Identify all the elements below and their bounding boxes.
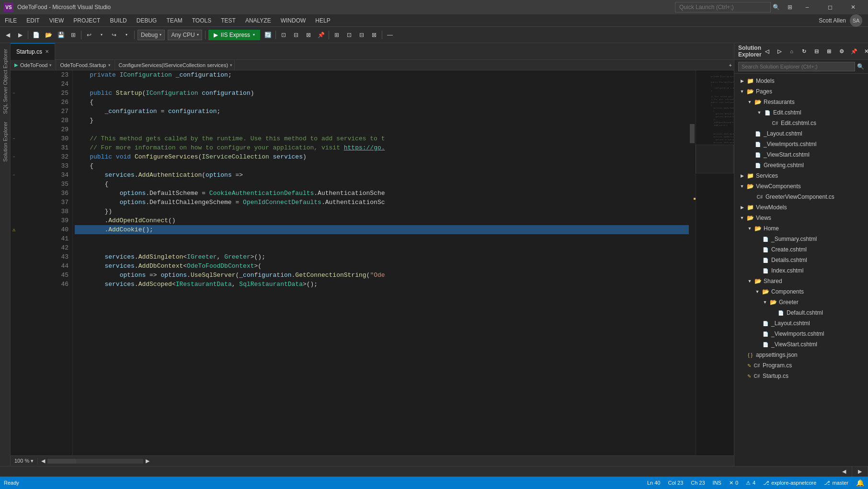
tree-item-views-viewstart[interactable]: ▶ 📄 _ViewStart.cshtml: [734, 339, 868, 350]
redo-button[interactable]: ↪: [108, 29, 120, 41]
tree-item-services[interactable]: ▶ 📁 Services: [734, 171, 868, 181]
save-all-button[interactable]: ⊞: [68, 29, 79, 41]
avatar[interactable]: SA: [850, 14, 862, 27]
se-pin-btn[interactable]: 📌: [849, 46, 859, 57]
se-show-all-btn[interactable]: ⊞: [824, 46, 834, 57]
redo-dropdown[interactable]: ▾: [121, 29, 132, 41]
menu-edit[interactable]: EDIT: [22, 14, 44, 26]
h-scrollbar-track[interactable]: [47, 459, 143, 464]
menu-analyze[interactable]: ANALYZE: [240, 14, 276, 26]
scroll-right[interactable]: ▶: [144, 458, 151, 465]
tree-item-viewimports[interactable]: ▶ 📄 _ViewImports.cshtml: [734, 139, 868, 149]
menu-tools[interactable]: TOOLS: [187, 14, 216, 26]
run-target-dropdown[interactable]: ▶ IIS Express ▾: [208, 30, 260, 40]
tree-item-models[interactable]: ▶ 📁 Models: [734, 76, 868, 86]
se-close-btn[interactable]: ✕: [861, 46, 868, 57]
toolbar-btn-9[interactable]: —: [384, 29, 396, 41]
member-nav-dropdown[interactable]: ConfigureServices(IServiceCollection ser…: [115, 60, 235, 70]
h-scrollbar-thumb[interactable]: [47, 459, 76, 464]
refresh-button[interactable]: 🔄: [262, 29, 274, 41]
tree-item-restaurants[interactable]: ▼ 📂 Restaurants: [734, 97, 868, 107]
new-project-button[interactable]: 📄: [30, 29, 42, 41]
tree-item-index[interactable]: ▶ 📄 Index.cshtml: [734, 265, 868, 276]
status-line[interactable]: Ln 40: [647, 479, 661, 487]
file-nav-dropdown[interactable]: OdeToFood.Startup ▾: [56, 60, 114, 70]
undo-button[interactable]: ↩: [83, 29, 95, 41]
menu-team[interactable]: TEAM: [161, 14, 187, 26]
zoom-dropdown[interactable]: 100 % ▾: [11, 458, 38, 464]
se-back-btn[interactable]: ◁: [762, 46, 772, 57]
tree-item-layout[interactable]: ▶ 📄 _Layout.cshtml: [734, 128, 868, 139]
se-search-input[interactable]: [738, 62, 855, 71]
toolbar-btn-7[interactable]: ⊟: [356, 29, 367, 41]
tree-item-summary[interactable]: ▶ 📄 _Summary.cshtml: [734, 234, 868, 244]
toolbar-btn-6[interactable]: ⊡: [343, 29, 355, 41]
code-content[interactable]: private IConfiguration _configuration; p…: [73, 70, 689, 455]
status-ins[interactable]: INS: [713, 479, 721, 487]
quick-launch-input[interactable]: [675, 2, 771, 12]
project-nav-dropdown[interactable]: ▶ OdeToFood ▾: [11, 60, 56, 70]
tree-item-startup[interactable]: ▶ ✎ C# Startup.cs: [734, 371, 868, 381]
tree-item-program[interactable]: ▶ ✎ C# Program.cs: [734, 360, 868, 371]
tree-item-views[interactable]: ▼ 📂 Views: [734, 213, 868, 223]
tree-item-viewstart[interactable]: ▶ 📄 _ViewStart.cshtml: [734, 149, 868, 160]
open-button[interactable]: 📂: [43, 29, 54, 41]
server-explorer-tab[interactable]: SQL Server Object Explorer: [0, 45, 10, 118]
close-button[interactable]: ✕: [842, 0, 864, 14]
platform-dropdown[interactable]: Any CPU ▾: [168, 30, 202, 40]
menu-debug[interactable]: DEBUG: [132, 14, 162, 26]
tree-item-shared[interactable]: ▼ 📂 Shared: [734, 276, 868, 286]
tree-item-create[interactable]: ▶ 📄 Create.cshtml: [734, 244, 868, 255]
menu-view[interactable]: VIEW: [45, 14, 69, 26]
tree-item-shared-layout[interactable]: ▶ 📄 _Layout.cshtml: [734, 318, 868, 329]
menu-build[interactable]: BUILD: [105, 14, 131, 26]
solution-explorer-tab[interactable]: Solution Explorer: [0, 118, 10, 166]
undo-dropdown[interactable]: ▾: [96, 29, 107, 41]
tree-item-greeting[interactable]: ▶ 📄 Greeting.cshtml: [734, 160, 868, 171]
se-home-btn[interactable]: ⌂: [787, 46, 797, 57]
scroll-thumb[interactable]: [690, 124, 695, 143]
notification-icon[interactable]: 🔔: [856, 479, 864, 487]
collapse-30[interactable]: −: [11, 136, 17, 141]
tree-item-default-cshtml[interactable]: ▶ 📄 Default.cshtml: [734, 307, 868, 318]
se-settings-btn[interactable]: ⚙: [836, 46, 847, 57]
se-collapse-btn[interactable]: ⊟: [811, 46, 822, 57]
restore-button[interactable]: ◻: [819, 0, 841, 14]
tab-close-icon[interactable]: ✕: [45, 49, 49, 54]
se-refresh-btn[interactable]: ↻: [799, 46, 810, 57]
code-editor[interactable]: 23 24 − 25 26: [11, 70, 734, 455]
status-git[interactable]: ⎇ master: [824, 479, 848, 487]
toolbar-btn-1[interactable]: ⊡: [278, 29, 289, 41]
tree-item-greeter-folder[interactable]: ▼ 📂 Greeter: [734, 297, 868, 307]
tree-item-viewcomponents[interactable]: ▼ 📂 ViewComponents: [734, 181, 868, 192]
status-ch[interactable]: Ch 23: [691, 479, 705, 487]
menu-help[interactable]: HELP: [310, 14, 335, 26]
toolbar-btn-2[interactable]: ⊟: [290, 29, 302, 41]
config-dropdown[interactable]: Debug ▾: [137, 30, 165, 40]
status-errors[interactable]: ✕ 0: [729, 479, 738, 487]
tree-item-views-viewimports[interactable]: ▶ 📄 _ViewImports.cshtml: [734, 329, 868, 339]
minimize-button[interactable]: –: [796, 0, 818, 14]
tree-item-viewmodels[interactable]: ▶ 📁 ViewModels: [734, 202, 868, 213]
tree-item-components[interactable]: ▼ 📂 Components: [734, 286, 868, 297]
menu-window[interactable]: WINDOW: [276, 14, 311, 26]
menu-file[interactable]: FILE: [0, 14, 22, 26]
tree-item-home[interactable]: ▼ 📂 Home: [734, 223, 868, 234]
h-scroll[interactable]: ◀ ▶: [38, 458, 153, 465]
menu-project[interactable]: PROJECT: [69, 14, 105, 26]
filter-icon[interactable]: ⊞: [788, 4, 792, 11]
menu-test[interactable]: TEST: [216, 14, 240, 26]
scroll-left[interactable]: ◀: [40, 458, 46, 465]
se-forward-btn[interactable]: ▷: [774, 46, 785, 57]
tree-item-edit-cshtml-cs[interactable]: ▶ C# Edit.cshtml.cs: [734, 118, 868, 128]
back-button[interactable]: ◀: [2, 29, 13, 41]
vertical-scrollbar[interactable]: [689, 70, 696, 455]
bottom-tab-scroll-left[interactable]: ◀: [836, 466, 852, 477]
tree-item-details[interactable]: ▶ 📄 Details.cshtml: [734, 255, 868, 265]
toolbar-btn-4[interactable]: 📌: [315, 29, 327, 41]
save-button[interactable]: 💾: [55, 29, 67, 41]
status-warnings[interactable]: ⚠ 4: [746, 479, 755, 487]
add-line-btn[interactable]: +: [729, 62, 734, 68]
tree-item-pages[interactable]: ▼ 📂 Pages: [734, 86, 868, 97]
tree-item-greetervc[interactable]: ▶ C# GreeterViewComponent.cs: [734, 192, 868, 202]
